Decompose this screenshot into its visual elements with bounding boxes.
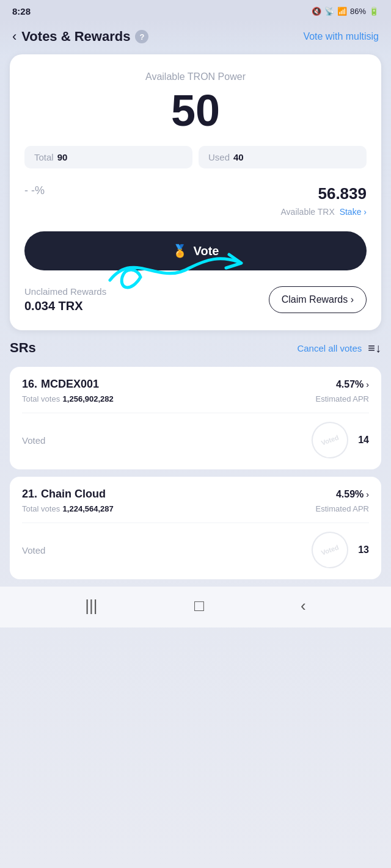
sr-header-right: Cancel all votes ≡↓	[297, 341, 381, 355]
sr-voted-count-1: 14	[358, 435, 369, 446]
sr-total-votes-1: Total votes 1,256,902,282	[22, 393, 114, 404]
sr-name-row-1: 16. MCDEX001	[22, 378, 99, 391]
sr-apr-2: 4.59%	[336, 489, 364, 500]
used-label: Used	[208, 152, 230, 162]
nav-back-icon[interactable]: ‹	[301, 596, 306, 615]
sr-rank-2: 21.	[22, 488, 37, 501]
voted-stamp-2: Voted	[307, 527, 354, 574]
tron-power-label: Available TRON Power	[24, 71, 367, 82]
sr-card-1: 16. MCDEX001 4.57% › Total votes 1,256,9…	[10, 367, 381, 469]
sr-name-row-2: 21. Chain Cloud	[22, 488, 106, 501]
sr-name-1: MCDEX001	[41, 378, 99, 391]
sr-divider-2	[22, 523, 369, 523]
sr-rank-1: 16.	[22, 378, 37, 391]
battery-label: 86%	[350, 7, 366, 16]
vote-icon: 🏅	[172, 244, 188, 258]
bottom-nav: ||| □ ‹	[0, 587, 391, 627]
unclaimed-value: 0.034 TRX	[24, 299, 106, 313]
sr-title: SRs	[10, 340, 36, 356]
sr-divider-1	[22, 413, 369, 413]
sr-voted-count-2: 13	[358, 544, 369, 555]
sr-apr-row-2[interactable]: 4.59% ›	[336, 489, 369, 500]
sr-name-2: Chain Cloud	[41, 488, 106, 501]
voted-stamp-1: Voted	[307, 417, 354, 464]
sr-card-2: 21. Chain Cloud 4.59% › Total votes 1,22…	[10, 477, 381, 579]
sort-icon[interactable]: ≡↓	[368, 341, 381, 355]
wifi-icon: 📡	[324, 7, 334, 16]
help-icon[interactable]: ?	[135, 30, 148, 43]
sr-est-apr-label-2: Estimated APR	[316, 504, 369, 513]
battery-icon: 🔋	[369, 7, 379, 16]
mute-icon: 🔇	[312, 7, 321, 16]
apr-trx-row: - -% 56.839	[24, 184, 367, 203]
sr-item-header-2: 21. Chain Cloud 4.59% ›	[22, 488, 369, 501]
sr-section: SRs Cancel all votes ≡↓ 16. MCDEX001 4.5…	[0, 340, 391, 579]
multisig-link[interactable]: Vote with multisig	[303, 31, 379, 42]
unclaimed-label: Unclaimed Rewards	[24, 286, 106, 297]
sr-votes-row-1: Total votes 1,256,902,282 Estimated APR	[22, 393, 369, 404]
back-button[interactable]: ‹	[12, 29, 16, 45]
sr-apr-row-1[interactable]: 4.57% ›	[336, 379, 369, 390]
sr-apr-chevron-2: ›	[366, 490, 369, 499]
status-bar: 8:28 🔇 📡 📶 86% 🔋	[0, 0, 391, 20]
claim-rewards-button[interactable]: Claim Rewards ›	[269, 286, 367, 313]
tron-power-value: 50	[24, 89, 367, 132]
signal-icon: 📶	[337, 7, 347, 16]
nav-recent-icon[interactable]: |||	[85, 596, 97, 615]
used-value: 40	[233, 152, 244, 162]
page-title: Votes & Rewards	[21, 29, 130, 45]
available-trx-label: Available TRX	[281, 207, 335, 217]
sr-voted-row-1: Voted Voted 14	[22, 422, 369, 458]
vote-button[interactable]: 🏅 Vote	[24, 231, 367, 270]
apr-value: - -%	[24, 184, 45, 197]
unclaimed-row: Unclaimed Rewards 0.034 TRX Claim Reward…	[24, 286, 367, 313]
cancel-all-votes-link[interactable]: Cancel all votes	[297, 343, 362, 353]
total-value: 90	[57, 152, 68, 162]
power-stats: Total 90 Used 40	[24, 146, 367, 168]
used-stat-box: Used 40	[199, 146, 367, 168]
sr-total-votes-2: Total votes 1,224,564,287	[22, 503, 114, 514]
sr-voted-label-2: Voted	[22, 545, 45, 555]
sr-apr-chevron-1: ›	[366, 380, 369, 389]
page-header: ‹ Votes & Rewards ? Vote with multisig	[0, 20, 391, 54]
header-left: ‹ Votes & Rewards ?	[12, 29, 148, 45]
sr-header: SRs Cancel all votes ≡↓	[10, 340, 381, 356]
available-trx-row: Available TRX Stake ›	[24, 207, 367, 217]
total-stat-box: Total 90	[24, 146, 192, 168]
sr-est-apr-label-1: Estimated APR	[316, 394, 369, 403]
sr-voted-label-1: Voted	[22, 435, 45, 446]
sr-voted-row-2: Voted Voted 13	[22, 532, 369, 568]
nav-home-icon[interactable]: □	[194, 596, 204, 615]
sr-apr-1: 4.57%	[336, 379, 364, 390]
main-card: Available TRON Power 50 Total 90 Used 40…	[10, 54, 381, 330]
vote-button-label: Vote	[194, 244, 219, 258]
total-label: Total	[34, 152, 54, 162]
sr-item-header-1: 16. MCDEX001 4.57% ›	[22, 378, 369, 391]
status-right: 🔇 📡 📶 86% 🔋	[312, 7, 379, 16]
unclaimed-left: Unclaimed Rewards 0.034 TRX	[24, 286, 106, 313]
status-time: 8:28	[12, 6, 31, 16]
sr-votes-row-2: Total votes 1,224,564,287 Estimated APR	[22, 503, 369, 514]
stake-link[interactable]: Stake ›	[337, 207, 367, 217]
trx-value: 56.839	[318, 184, 367, 203]
